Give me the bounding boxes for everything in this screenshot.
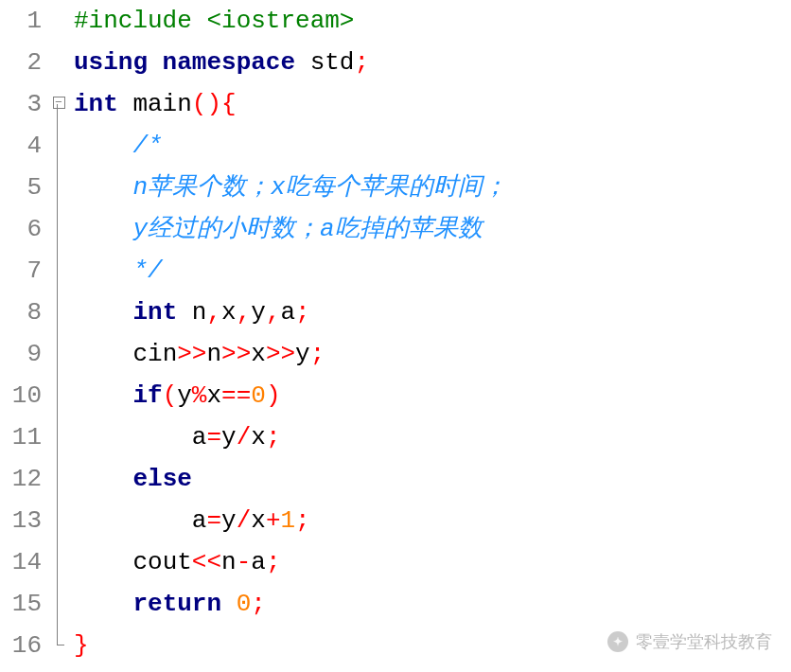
code-token xyxy=(74,506,192,535)
fold-gutter-cell xyxy=(47,625,70,666)
line-number: 1 xyxy=(0,0,42,42)
code-line: return 0; xyxy=(74,583,791,625)
code-token: a xyxy=(192,506,207,535)
code-token xyxy=(74,423,192,451)
fold-toggle-icon[interactable]: − xyxy=(53,97,65,109)
code-line: cout<<n-a; xyxy=(74,541,791,583)
code-token: cin xyxy=(132,340,177,368)
fold-gutter-cell xyxy=(47,0,70,42)
code-line: */ xyxy=(74,250,791,292)
code-token: } xyxy=(74,631,89,660)
code-token: + xyxy=(266,506,281,535)
code-token: % xyxy=(192,381,207,410)
code-token xyxy=(74,215,132,243)
watermark: ✦ 零壹学堂科技教育 xyxy=(607,630,772,653)
line-number: 4 xyxy=(0,125,42,167)
code-token: , xyxy=(266,298,281,327)
fold-gutter-cell xyxy=(47,42,70,83)
code-line: /* xyxy=(74,125,791,167)
code-token: ; xyxy=(266,423,281,451)
code-token: /* xyxy=(132,132,162,160)
code-token: else xyxy=(132,465,191,493)
code-token: #include <iostream> xyxy=(74,7,354,35)
code-token: >> xyxy=(221,340,251,368)
code-token: int xyxy=(74,90,118,118)
code-token: n苹果个数；x吃每个苹果的时间； xyxy=(132,173,506,202)
line-number: 10 xyxy=(0,375,42,416)
code-line: else xyxy=(74,458,791,500)
code-token: >> xyxy=(177,340,206,368)
line-number: 5 xyxy=(0,167,42,208)
code-token: ( xyxy=(163,381,178,410)
code-token xyxy=(74,465,132,493)
code-token: 0 xyxy=(251,381,266,410)
code-token: y xyxy=(177,381,192,410)
fold-gutter-cell xyxy=(47,541,70,583)
code-token xyxy=(74,298,132,327)
code-token: ) xyxy=(266,381,281,410)
line-number: 15 xyxy=(0,583,42,625)
code-token: , xyxy=(206,298,221,327)
code-token: ; xyxy=(354,48,369,77)
code-area: #include <iostream>using namespace std;i… xyxy=(70,0,791,672)
code-line: n苹果个数；x吃每个苹果的时间； xyxy=(74,167,791,208)
code-token: x xyxy=(221,298,237,327)
code-token: return xyxy=(132,590,221,618)
fold-gutter-cell: − xyxy=(47,83,70,125)
watermark-text: 零壹学堂科技教育 xyxy=(636,630,772,653)
code-token xyxy=(74,548,132,576)
code-token: main xyxy=(118,90,192,118)
code-token: n xyxy=(206,340,221,368)
fold-gutter-cell xyxy=(47,416,70,458)
code-token: / xyxy=(237,506,252,535)
fold-gutter-cell xyxy=(47,458,70,500)
code-token: / xyxy=(237,423,252,451)
code-token: >> xyxy=(266,340,295,368)
code-token: y xyxy=(251,298,266,327)
code-token: n xyxy=(221,548,237,576)
code-token: y xyxy=(295,340,310,368)
code-token: y xyxy=(221,506,237,535)
code-token xyxy=(221,590,237,618)
fold-gutter-cell xyxy=(47,208,70,250)
code-line: a=y/x+1; xyxy=(74,500,791,541)
line-number: 8 xyxy=(0,292,42,333)
code-token xyxy=(74,132,132,160)
line-number: 9 xyxy=(0,333,42,375)
code-token: ; xyxy=(295,506,310,535)
code-token: 1 xyxy=(280,506,295,535)
code-token: , xyxy=(237,298,252,327)
code-token: n xyxy=(177,298,206,327)
code-token xyxy=(74,340,132,368)
fold-gutter-cell xyxy=(47,167,70,208)
line-number: 11 xyxy=(0,416,42,458)
code-token xyxy=(74,381,132,410)
code-line: int main(){ xyxy=(74,83,791,125)
code-token: == xyxy=(221,381,251,410)
code-line: int n,x,y,a; xyxy=(74,292,791,333)
code-line: y经过的小时数；a吃掉的苹果数 xyxy=(74,208,791,250)
code-token: y xyxy=(221,423,237,451)
code-token: ; xyxy=(310,340,325,368)
code-token: a xyxy=(192,423,207,451)
code-token: */ xyxy=(132,256,162,285)
code-line: cin>>n>>x>>y; xyxy=(74,333,791,375)
code-line: using namespace std; xyxy=(74,42,791,83)
code-token xyxy=(74,590,132,618)
code-line: a=y/x; xyxy=(74,416,791,458)
code-token xyxy=(74,173,132,202)
fold-gutter: − xyxy=(47,0,70,672)
code-token: = xyxy=(206,423,221,451)
wechat-icon: ✦ xyxy=(607,631,628,652)
fold-gutter-cell xyxy=(47,500,70,541)
code-token: y经过的小时数；a吃掉的苹果数 xyxy=(132,215,482,243)
code-token: (){ xyxy=(192,90,237,118)
code-line: if(y%x==0) xyxy=(74,375,791,416)
code-token: x xyxy=(251,340,266,368)
code-token: << xyxy=(192,548,221,576)
code-token: ; xyxy=(251,590,266,618)
fold-gutter-cell xyxy=(47,333,70,375)
fold-gutter-cell xyxy=(47,292,70,333)
code-token: a xyxy=(281,298,296,327)
line-number: 6 xyxy=(0,208,42,250)
